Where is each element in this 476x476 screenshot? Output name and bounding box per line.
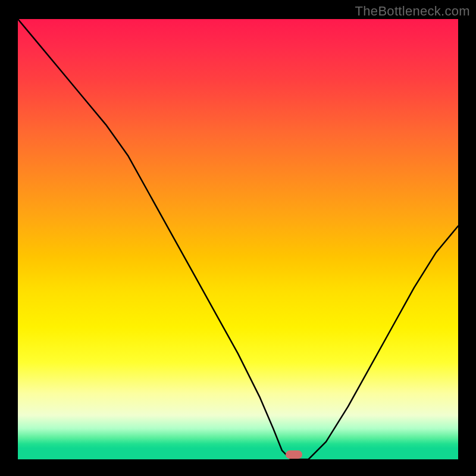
chart-frame: TheBottleneck.com [0,0,476,476]
plot-area [18,19,458,459]
attribution-text: TheBottleneck.com [355,4,470,19]
bottleneck-curve [18,19,458,459]
min-marker [286,450,302,459]
curve-path [18,19,458,459]
